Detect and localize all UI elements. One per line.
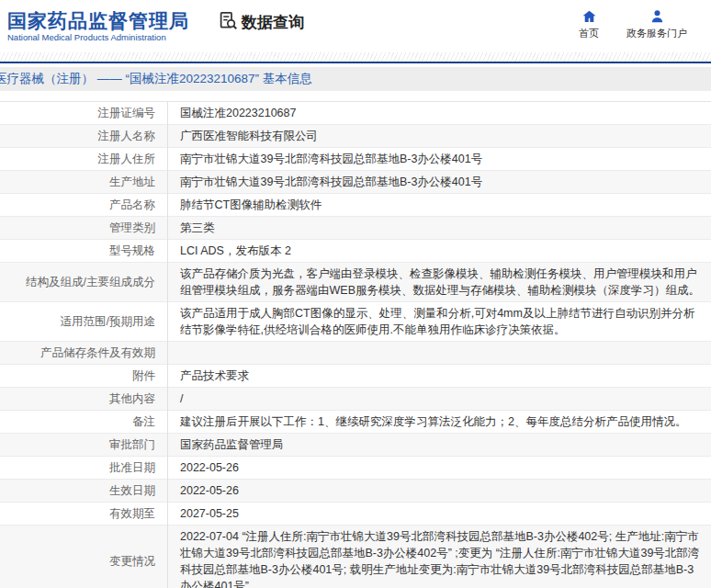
- breadcrumb: 医疗器械（注册） —— “国械注准20223210687” 基本信息: [0, 67, 711, 91]
- data-query-icon: [219, 11, 238, 35]
- table-row: 生产地址南宁市壮锦大道39号北部湾科技园总部基地B-3办公楼401号: [0, 171, 711, 194]
- row-value: LCI ADS，发布版本 2: [168, 240, 711, 263]
- row-label: 注册人名称: [0, 125, 168, 148]
- data-query-tab[interactable]: 数据查询: [219, 11, 304, 35]
- row-label-text: 注册证编号: [98, 107, 156, 119]
- row-value: 2022-05-26: [168, 480, 711, 503]
- table-row: 备注建议注册后开展以下工作：1、继续研究深度学习算法泛化能力；2、每年度总结分析…: [0, 411, 711, 434]
- row-value-text: 国家药品监督管理局: [180, 438, 284, 451]
- row-label: 管理类别: [0, 217, 168, 240]
- row-label-text: 批准日期: [109, 461, 155, 474]
- row-value: [168, 342, 711, 365]
- home-link-label: 首页: [579, 27, 599, 40]
- row-value: /: [168, 388, 711, 411]
- row-label-text: 型号规格: [109, 244, 155, 257]
- table-row: 结构及组成/主要组成成分该产品存储介质为光盘，客户端由登录模块、检查影像模块、辅…: [0, 263, 711, 302]
- registration-info-tbody: 注册证编号国械注准20223210687注册人名称广西医准智能科技有限公司注册人…: [0, 102, 711, 588]
- nmpa-logo[interactable]: 国家药品监督管理局 National Medical Products Admi…: [7, 10, 189, 43]
- row-value-text: 2027-05-25: [180, 507, 239, 520]
- row-value: 第三类: [168, 217, 711, 240]
- row-value: 该产品存储介质为光盘，客户端由登录模块、检查影像模块、辅助检测任务模块、用户管理…: [168, 263, 711, 302]
- table-row: 其他内容/: [0, 388, 711, 411]
- table-row: 变更情况2022-07-04 “注册人住所:南宁市壮锦大道39号北部湾科技园总部…: [0, 526, 711, 588]
- row-value-text: 肺结节CT图像辅助检测软件: [180, 198, 322, 211]
- row-value-text: [180, 346, 183, 359]
- row-value: 广西医准智能科技有限公司: [168, 125, 711, 148]
- gov-portal-label: 政务服务门户: [626, 27, 687, 40]
- header-links: 首页 政务服务门户: [579, 9, 700, 40]
- table-row: 型号规格LCI ADS，发布版本 2: [0, 240, 711, 263]
- row-label-text: 管理类别: [109, 221, 155, 234]
- row-value-text: 建议注册后开展以下工作：1、继续研究深度学习算法泛化能力；2、每年度总结分析产品…: [180, 415, 686, 428]
- row-label-text: 生产地址: [109, 175, 155, 188]
- site-header: 国家药品监督管理局 National Medical Products Admi…: [0, 0, 711, 52]
- table-row: 产品储存条件及有效期: [0, 342, 711, 365]
- table-row: 有效期至2027-05-25: [0, 503, 711, 526]
- table-row: 注册人住所南宁市壮锦大道39号北部湾科技园总部基地B-3办公楼401号: [0, 148, 711, 171]
- row-value-text: 该产品存储介质为光盘，客户端由登录模块、检查影像模块、辅助检测任务模块、用户管理…: [180, 267, 700, 297]
- row-value-text: LCI ADS，发布版本 2: [180, 244, 291, 257]
- table-row: 注册人名称广西医准智能科技有限公司: [0, 125, 711, 148]
- row-value: 2022-07-04 “注册人住所:南宁市壮锦大道39号北部湾科技园总部基地B-…: [168, 526, 711, 588]
- row-label-text: 其他内容: [109, 392, 155, 405]
- row-label: 型号规格: [0, 240, 168, 263]
- breadcrumb-text: 医疗器械（注册） —— “国械注准20223210687” 基本信息: [0, 67, 312, 91]
- row-label-text: 产品名称: [109, 198, 155, 211]
- table-row: 批准日期2022-05-26: [0, 457, 711, 480]
- row-label-text: 注册人名称: [98, 130, 156, 142]
- row-label: 适用范围/预期用途: [0, 302, 168, 342]
- row-value: 2027-05-25: [168, 503, 711, 526]
- row-value: 国家药品监督管理局: [168, 434, 711, 457]
- row-label: 生效日期: [0, 480, 168, 503]
- row-value-text: 南宁市壮锦大道39号北部湾科技园总部基地B-3办公楼401号: [180, 175, 482, 188]
- row-label-text: 适用范围/预期用途: [61, 315, 155, 328]
- table-row: 管理类别第三类: [0, 217, 711, 240]
- logo-subtitle: National Medical Products Administration: [7, 33, 189, 42]
- row-label: 注册证编号: [0, 102, 168, 125]
- row-label-text: 有效期至: [109, 507, 155, 520]
- user-icon: [649, 9, 665, 24]
- row-value: 肺结节CT图像辅助检测软件: [168, 194, 711, 217]
- row-label: 批准日期: [0, 457, 168, 480]
- table-row: 附件产品技术要求: [0, 365, 711, 388]
- row-label: 其他内容: [0, 388, 168, 411]
- row-label: 审批部门: [0, 434, 168, 457]
- row-label-text: 生效日期: [109, 484, 155, 497]
- home-link[interactable]: 首页: [579, 9, 599, 40]
- data-query-label: 数据查询: [242, 12, 304, 33]
- table-row: 注册证编号国械注准20223210687: [0, 102, 711, 125]
- table-row: 生效日期2022-05-26: [0, 480, 711, 503]
- row-value-text: 产品技术要求: [180, 369, 249, 382]
- row-value-text: 2022-05-26: [180, 461, 239, 474]
- row-label-text: 备注: [132, 415, 155, 428]
- row-label-text: 结构及组成/主要组成成分: [26, 276, 155, 288]
- row-label: 附件: [0, 365, 168, 388]
- row-value-text: 该产品适用于成人胸部CT图像的显示、处理、测量和分析,可对4mm及以上肺结节进行…: [180, 307, 694, 336]
- row-value: 产品技术要求: [168, 365, 711, 388]
- table-row: 产品名称肺结节CT图像辅助检测软件: [0, 194, 711, 217]
- row-label: 变更情况: [0, 526, 168, 588]
- row-label: 结构及组成/主要组成成分: [0, 263, 168, 302]
- registration-info-table: 注册证编号国械注准20223210687注册人名称广西医准智能科技有限公司注册人…: [0, 101, 711, 588]
- logo-title: 国家药品监督管理局: [7, 10, 189, 31]
- row-value: 建议注册后开展以下工作：1、继续研究深度学习算法泛化能力；2、每年度总结分析产品…: [168, 411, 711, 434]
- home-icon: [581, 9, 597, 24]
- row-value-text: 南宁市壮锦大道39号北部湾科技园总部基地B-3办公楼401号: [180, 153, 482, 165]
- row-value-text: 国械注准20223210687: [180, 107, 296, 119]
- row-label-text: 附件: [132, 369, 155, 382]
- gov-portal-link[interactable]: 政务服务门户: [626, 9, 687, 40]
- row-label-text: 审批部门: [109, 438, 155, 451]
- row-value: 该产品适用于成人胸部CT图像的显示、处理、测量和分析,可对4mm及以上肺结节进行…: [168, 302, 711, 342]
- row-label-text: 变更情况: [109, 555, 155, 568]
- row-value: 国械注准20223210687: [168, 102, 711, 125]
- row-value-text: 2022-07-04 “注册人住所:南宁市壮锦大道39号北部湾科技园总部基地B-…: [180, 530, 699, 588]
- row-label: 生产地址: [0, 171, 168, 194]
- row-value-text: 2022-05-26: [180, 484, 239, 497]
- row-value: 南宁市壮锦大道39号北部湾科技园总部基地B-3办公楼401号: [168, 171, 711, 194]
- row-label-text: 产品储存条件及有效期: [40, 346, 155, 359]
- table-row: 适用范围/预期用途该产品适用于成人胸部CT图像的显示、处理、测量和分析,可对4m…: [0, 302, 711, 342]
- row-label: 注册人住所: [0, 148, 168, 171]
- table-row: 审批部门国家药品监督管理局: [0, 434, 711, 457]
- row-label: 产品储存条件及有效期: [0, 342, 168, 365]
- row-value: 南宁市壮锦大道39号北部湾科技园总部基地B-3办公楼401号: [168, 148, 711, 171]
